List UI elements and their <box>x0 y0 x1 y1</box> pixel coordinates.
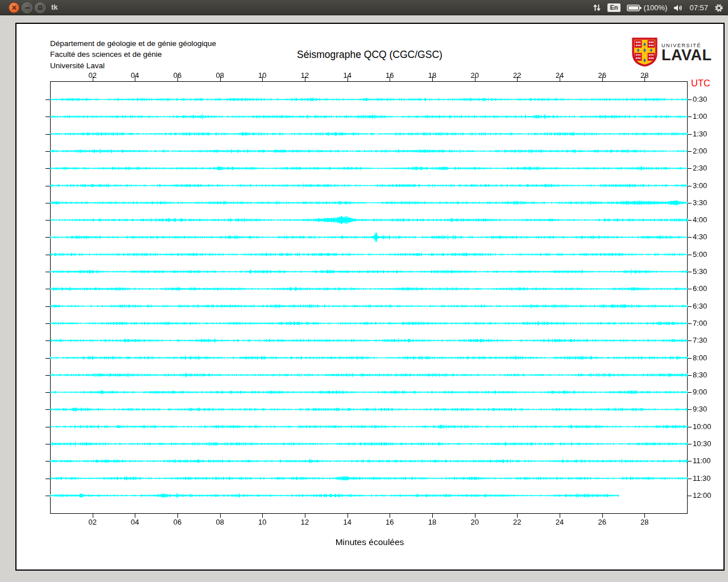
right-tick-label: 7:00 <box>693 319 707 327</box>
bot-tick-label: 04 <box>126 518 143 526</box>
bot-tick-label: 02 <box>84 518 101 526</box>
right-tick-label: 4:00 <box>693 215 707 224</box>
bot-tick-label: 26 <box>594 518 611 526</box>
keyboard-layout-indicator[interactable]: En <box>607 3 620 12</box>
top-tick-label: 22 <box>508 71 526 80</box>
top-tick-label: 24 <box>551 71 568 80</box>
right-tick-label: 3:00 <box>693 181 707 190</box>
maximize-button[interactable] <box>35 2 46 13</box>
bot-tick-label: 22 <box>508 518 526 526</box>
right-tick-label: 9:00 <box>693 388 707 396</box>
top-tick-label: 16 <box>381 71 398 80</box>
bot-tick-label: 10 <box>254 518 271 526</box>
battery-percent: (100%) <box>644 3 668 12</box>
top-tick-label: 10 <box>254 71 271 80</box>
network-indicator[interactable] <box>593 3 601 12</box>
right-tick-label: 1:30 <box>693 130 707 138</box>
right-tick-label: 11:30 <box>693 474 711 483</box>
maximize-icon <box>38 6 42 10</box>
right-tick-label: 1:00 <box>693 112 707 120</box>
top-tick-label: 26 <box>594 71 611 80</box>
bot-tick-label: 08 <box>212 518 229 526</box>
bot-tick-label: 20 <box>466 518 483 526</box>
top-tick-label: 28 <box>636 71 653 80</box>
bot-tick-label: 14 <box>339 518 356 526</box>
session-menu[interactable] <box>714 3 723 13</box>
battery-indicator[interactable]: (100%) <box>627 3 668 12</box>
bot-tick-label: 24 <box>551 518 568 526</box>
seismograph-canvas <box>16 24 723 569</box>
right-tick-label: 2:30 <box>693 164 707 172</box>
close-icon <box>11 5 16 10</box>
bot-tick-label: 06 <box>169 518 186 526</box>
right-tick-label: 4:30 <box>693 232 707 241</box>
right-tick-label: 6:00 <box>693 284 707 293</box>
top-tick-label: 02 <box>84 71 101 80</box>
right-tick-label: 3:30 <box>693 198 707 207</box>
window-title: tk <box>51 3 58 11</box>
right-tick-label: 6:30 <box>693 302 707 310</box>
right-tick-label: 8:00 <box>693 354 707 362</box>
bot-tick-label: 16 <box>381 518 398 526</box>
clock[interactable]: 07:57 <box>689 3 708 12</box>
right-tick-label: 10:00 <box>693 422 712 431</box>
bot-tick-label: 28 <box>636 518 653 526</box>
top-tick-label: 08 <box>212 71 229 80</box>
top-tick-label: 18 <box>424 71 441 80</box>
top-tick-label: 20 <box>466 71 483 80</box>
top-tick-label: 14 <box>339 71 356 80</box>
volume-indicator[interactable] <box>673 4 683 12</box>
minimize-icon <box>25 7 30 9</box>
battery-icon <box>627 4 642 12</box>
right-tick-label: 0:30 <box>693 95 707 103</box>
minimize-button[interactable] <box>22 2 32 13</box>
gear-icon <box>714 3 723 13</box>
x-axis-title: Minutes écoulées <box>213 537 526 547</box>
top-tick-label: 12 <box>296 71 313 80</box>
top-tick-label: 06 <box>169 71 186 80</box>
right-tick-label: 2:00 <box>693 147 707 155</box>
top-tick-label: 04 <box>126 71 143 80</box>
right-tick-label: 5:00 <box>693 250 707 259</box>
bot-tick-label: 12 <box>296 518 313 526</box>
updown-arrows-icon <box>593 3 601 12</box>
right-tick-label: 10:30 <box>693 439 712 448</box>
tk-window-canvas: Département de géologie et de génie géol… <box>15 23 725 571</box>
close-button[interactable] <box>9 2 19 13</box>
bot-tick-label: 18 <box>424 518 441 526</box>
right-tick-label: 12:00 <box>693 491 712 500</box>
right-tick-label: 9:30 <box>693 405 707 413</box>
right-tick-label: 7:30 <box>693 336 707 344</box>
speaker-icon <box>673 4 683 12</box>
right-tick-label: 8:30 <box>693 371 707 379</box>
right-tick-label: 5:30 <box>693 267 707 276</box>
right-tick-label: 11:00 <box>693 456 711 465</box>
top-panel: tk En (100%) 07:57 <box>0 0 728 15</box>
